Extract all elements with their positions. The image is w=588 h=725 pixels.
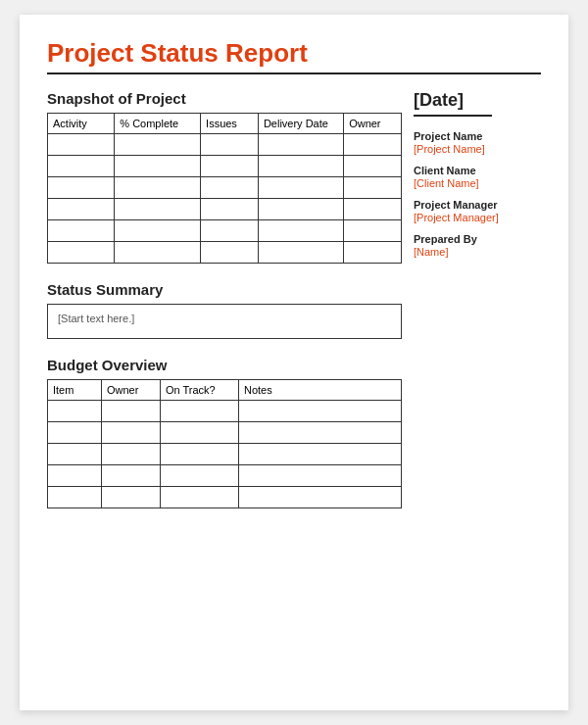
budget-cell[interactable]	[239, 401, 402, 422]
budget-cell[interactable]	[48, 422, 102, 444]
snapshot-row	[48, 199, 402, 220]
snapshot-cell[interactable]	[344, 156, 402, 177]
snapshot-cell[interactable]	[344, 134, 402, 156]
snapshot-cell[interactable]	[48, 242, 115, 264]
budget-row	[48, 465, 402, 487]
col-item: Item	[48, 380, 102, 401]
budget-cell[interactable]	[102, 465, 161, 487]
snapshot-cell[interactable]	[201, 177, 259, 199]
budget-row	[48, 401, 402, 422]
page: Project Status Report Snapshot of Projec…	[20, 15, 568, 710]
snapshot-cell[interactable]	[201, 134, 259, 156]
col-issues: Issues	[201, 114, 259, 134]
col-notes: Notes	[239, 380, 402, 401]
snapshot-cell[interactable]	[48, 134, 115, 156]
status-placeholder: [Start text here.]	[58, 313, 134, 324]
budget-cell[interactable]	[239, 465, 402, 487]
title-divider	[47, 72, 541, 74]
budget-table: Item Owner On Track? Notes	[47, 379, 402, 508]
budget-cell[interactable]	[161, 422, 239, 444]
snapshot-cell[interactable]	[344, 177, 402, 199]
budget-cell[interactable]	[48, 487, 102, 508]
budget-cell[interactable]	[102, 401, 161, 422]
budget-cell[interactable]	[161, 444, 239, 465]
snapshot-header-row: Activity % Complete Issues Delivery Date…	[48, 114, 402, 134]
snapshot-row	[48, 134, 402, 156]
col-activity: Activity	[48, 114, 115, 134]
project-name-value: [Project Name]	[414, 143, 541, 155]
snapshot-row	[48, 177, 402, 199]
snapshot-cell[interactable]	[48, 156, 115, 177]
snapshot-cell[interactable]	[115, 199, 201, 220]
snapshot-row	[48, 242, 402, 264]
snapshot-cell[interactable]	[258, 134, 343, 156]
snapshot-cell[interactable]	[115, 177, 201, 199]
snapshot-cell[interactable]	[201, 242, 259, 264]
snapshot-cell[interactable]	[344, 199, 402, 220]
prepared-value: [Name]	[414, 246, 541, 258]
snapshot-cell[interactable]	[115, 242, 201, 264]
snapshot-heading: Snapshot of Project	[47, 90, 402, 107]
status-summary-box[interactable]: [Start text here.]	[47, 304, 402, 339]
status-summary-section: Status Summary [Start text here.]	[47, 281, 402, 339]
snapshot-cell[interactable]	[115, 134, 201, 156]
col-track: On Track?	[161, 380, 239, 401]
budget-cell[interactable]	[48, 444, 102, 465]
budget-header-row: Item Owner On Track? Notes	[48, 380, 402, 401]
snapshot-cell[interactable]	[201, 199, 259, 220]
snapshot-cell[interactable]	[48, 220, 115, 242]
left-section: Snapshot of Project Activity % Complete …	[47, 90, 402, 508]
snapshot-table: Activity % Complete Issues Delivery Date…	[47, 113, 402, 264]
budget-cell[interactable]	[161, 401, 239, 422]
budget-cell[interactable]	[239, 487, 402, 508]
date-divider	[414, 115, 492, 117]
budget-cell[interactable]	[239, 422, 402, 444]
budget-heading: Budget Overview	[47, 357, 402, 373]
client-name-label: Client Name	[414, 165, 541, 176]
snapshot-cell[interactable]	[201, 156, 259, 177]
budget-row	[48, 444, 402, 465]
snapshot-row	[48, 156, 402, 177]
status-summary-heading: Status Summary	[47, 281, 402, 298]
snapshot-cell[interactable]	[258, 177, 343, 199]
budget-cell[interactable]	[48, 401, 102, 422]
col-owner: Owner	[344, 114, 402, 134]
content-layout: Snapshot of Project Activity % Complete …	[47, 90, 541, 508]
date-field: [Date]	[414, 90, 541, 111]
prepared-label: Prepared By	[414, 233, 541, 245]
snapshot-cell[interactable]	[115, 220, 201, 242]
client-name-value: [Client Name]	[414, 177, 541, 189]
snapshot-cell[interactable]	[258, 199, 343, 220]
budget-cell[interactable]	[161, 487, 239, 508]
right-section: [Date] Project Name [Project Name] Clien…	[414, 90, 541, 508]
budget-cell[interactable]	[161, 465, 239, 487]
budget-cell[interactable]	[239, 444, 402, 465]
manager-value: [Project Manager]	[414, 212, 541, 223]
budget-cell[interactable]	[102, 444, 161, 465]
col-complete: % Complete	[115, 114, 201, 134]
page-title: Project Status Report	[47, 38, 541, 69]
manager-label: Project Manager	[414, 199, 541, 211]
project-name-label: Project Name	[414, 130, 541, 142]
budget-cell[interactable]	[48, 465, 102, 487]
snapshot-cell[interactable]	[48, 177, 115, 199]
snapshot-cell[interactable]	[48, 199, 115, 220]
budget-section: Budget Overview Item Owner On Track? Not…	[47, 357, 402, 508]
budget-row	[48, 487, 402, 508]
snapshot-cell[interactable]	[258, 156, 343, 177]
budget-cell[interactable]	[102, 422, 161, 444]
col-delivery: Delivery Date	[258, 114, 343, 134]
snapshot-cell[interactable]	[344, 242, 402, 264]
budget-row	[48, 422, 402, 444]
snapshot-cell[interactable]	[344, 220, 402, 242]
snapshot-cell[interactable]	[258, 220, 343, 242]
budget-cell[interactable]	[102, 487, 161, 508]
col-bowner: Owner	[102, 380, 161, 401]
snapshot-cell[interactable]	[115, 156, 201, 177]
snapshot-cell[interactable]	[258, 242, 343, 264]
snapshot-row	[48, 220, 402, 242]
snapshot-cell[interactable]	[201, 220, 259, 242]
